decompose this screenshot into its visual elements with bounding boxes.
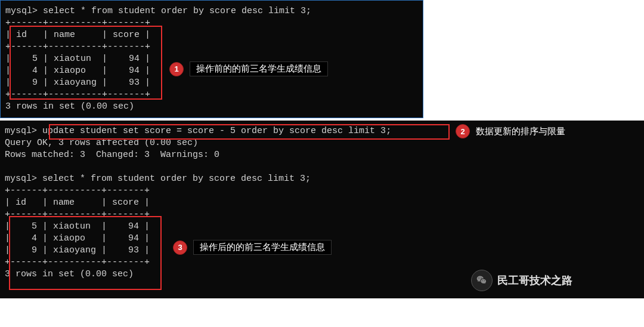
badge-1: 1 bbox=[169, 62, 184, 76]
col-name: name bbox=[54, 30, 75, 40]
table-header: | id | name | score | bbox=[5, 197, 639, 209]
table-border: +------+----------+-------+ bbox=[5, 257, 639, 269]
annotation-1: 1 操作前的的前三名学生成绩信息 bbox=[169, 61, 328, 76]
badge-2: 2 bbox=[456, 124, 470, 138]
prompt: mysql> bbox=[5, 6, 38, 16]
sql-query: select * from student order by score des… bbox=[42, 174, 311, 184]
annotation-3-text: 操作后的的前三名学生成绩信息 bbox=[193, 240, 332, 255]
watermark: 民工哥技术之路 bbox=[471, 270, 572, 291]
update-result: Rows matched: 3 Changed: 3 Warnings: 0 bbox=[5, 149, 639, 161]
table-border: +------+----------+-------+ bbox=[5, 17, 418, 29]
result-line: 3 rows in set (0.00 sec) bbox=[5, 101, 418, 113]
badge-3: 3 bbox=[173, 240, 187, 255]
table-border: +------+----------+-------+ bbox=[5, 209, 639, 221]
table-row: | 5 | xiaotun | 94 | bbox=[5, 221, 639, 233]
watermark-text: 民工哥技术之路 bbox=[497, 273, 572, 288]
update-result: Query OK, 3 rows affected (0.00 sec) bbox=[5, 137, 639, 149]
table-border: +------+----------+-------+ bbox=[5, 89, 418, 101]
terminal-after: mysql> update student set score = score … bbox=[0, 121, 644, 298]
blank bbox=[5, 161, 639, 173]
query-line: mysql> select * from student order by sc… bbox=[5, 173, 639, 185]
annotation-2: 2 数据更新的排序与限量 bbox=[456, 124, 565, 138]
annotation-3: 3 操作后的的前三名学生成绩信息 bbox=[173, 240, 332, 255]
sql-update: update student set score = score - 5 ord… bbox=[42, 126, 391, 136]
table-row: | 9 | xiaoyang | 93 | bbox=[5, 77, 418, 89]
col-id: id bbox=[16, 198, 26, 208]
prompt: mysql> bbox=[5, 126, 37, 136]
table-border: +------+----------+-------+ bbox=[5, 185, 639, 197]
annotation-2-text: 数据更新的排序与限量 bbox=[476, 126, 565, 137]
col-score: score bbox=[112, 198, 139, 208]
query-line: mysql> select * from student order by sc… bbox=[5, 5, 418, 17]
col-score: score bbox=[113, 30, 140, 40]
table-border: +------+----------+-------+ bbox=[5, 41, 418, 53]
terminal-before: mysql> select * from student order by sc… bbox=[0, 0, 423, 118]
col-name: name bbox=[53, 198, 75, 208]
col-id: id bbox=[16, 30, 27, 40]
wechat-icon bbox=[471, 270, 493, 291]
annotation-1-text: 操作前的的前三名学生成绩信息 bbox=[190, 61, 328, 76]
sql-query: select * from student order by score des… bbox=[43, 6, 311, 16]
table-header: | id | name | score | bbox=[5, 29, 418, 41]
prompt: mysql> bbox=[5, 174, 37, 184]
